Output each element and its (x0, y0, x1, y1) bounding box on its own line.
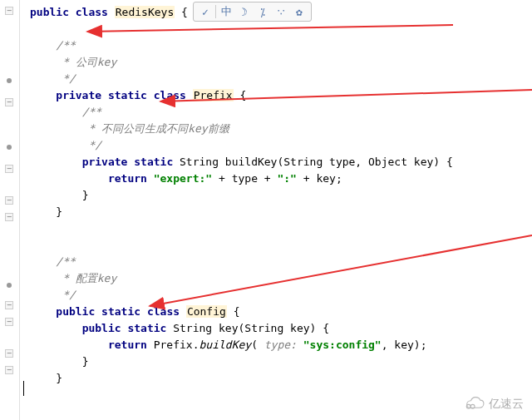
code-line: public static class Config { (23, 304, 532, 320)
people-icon[interactable]: ⸪ (273, 3, 289, 20)
editor-toolbar: ✓ 中 ☽ ⁒ ⸪ ✿ (193, 2, 312, 22)
check-icon[interactable]: ✓ (197, 3, 214, 20)
code-line: */ (23, 137, 532, 154)
fold-marker[interactable] (3, 75, 15, 86)
code-line: * 公司key (23, 54, 532, 71)
text-cursor (23, 381, 30, 396)
code-area[interactable]: public class RedisKeys { /** * 公司key */ … (23, 0, 532, 420)
fold-marker[interactable]: − (3, 364, 15, 376)
code-line: /** (23, 37, 532, 54)
code-line (23, 403, 532, 420)
code-line: */ (23, 287, 532, 304)
fold-marker[interactable]: − (3, 211, 15, 223)
code-line: private static class Prefix { (23, 87, 532, 104)
code-line: * 不同公司生成不同key前缀 (23, 121, 532, 137)
code-line: * 配置key (23, 270, 532, 287)
code-line: return "expert:" + type + ":" + key; (23, 170, 532, 187)
fold-marker[interactable] (3, 279, 15, 291)
separator (215, 5, 216, 18)
code-line: private static String buildKey(String ty… (23, 154, 532, 170)
code-line: } (23, 187, 532, 204)
watermark-text: 亿速云 (489, 397, 524, 412)
fold-marker[interactable]: − (3, 299, 15, 311)
cloud-icon (462, 397, 485, 412)
code-line: public static String key(String key) { (23, 320, 532, 337)
fold-marker[interactable]: − (3, 96, 15, 108)
code-line: } (23, 353, 532, 370)
code-line: } (23, 370, 532, 387)
code-line: */ (23, 71, 532, 87)
code-line: /** (23, 104, 532, 121)
gear-icon[interactable]: ✿ (291, 3, 308, 20)
translate-icon[interactable]: 中 (218, 3, 234, 20)
fold-marker[interactable]: − (3, 348, 15, 359)
fold-marker[interactable]: − (3, 316, 15, 328)
code-line: } (23, 204, 532, 220)
code-line: return Prefix.buildKey( type: "sys:confi… (23, 337, 532, 353)
code-line: /** (23, 254, 532, 270)
code-line (23, 237, 532, 254)
fold-marker[interactable] (3, 141, 15, 153)
fold-marker[interactable]: − (3, 5, 15, 17)
percent-icon[interactable]: ⁒ (254, 3, 271, 20)
watermark: 亿速云 (462, 397, 524, 412)
fold-marker[interactable]: − (3, 195, 15, 206)
code-line (23, 387, 532, 403)
fold-marker[interactable]: − (3, 163, 15, 175)
moon-icon[interactable]: ☽ (236, 3, 253, 20)
code-line (23, 21, 532, 37)
code-line (23, 220, 532, 237)
gutter: − − − − − − − − − (0, 0, 20, 420)
